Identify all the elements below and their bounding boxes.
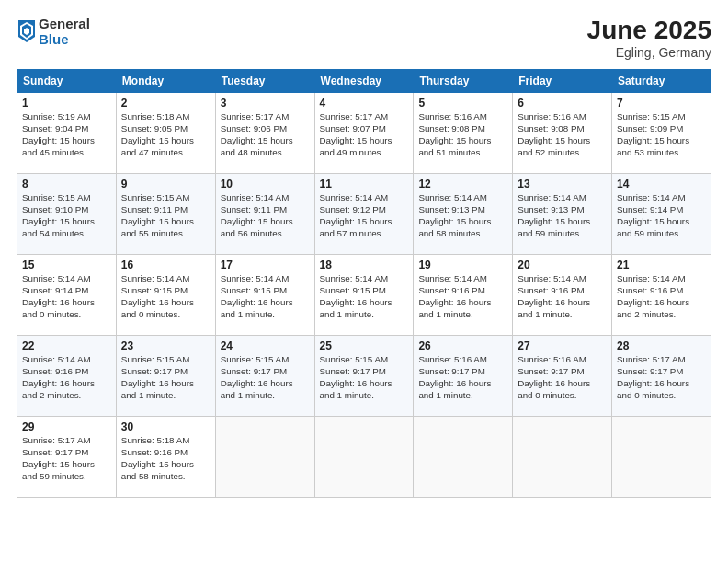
calendar-cell: 23Sunrise: 5:15 AM Sunset: 9:17 PM Dayli… [116,335,215,416]
day-info: Sunrise: 5:14 AM Sunset: 9:14 PM Dayligh… [617,191,706,240]
day-number: 1 [22,97,111,109]
day-info: Sunrise: 5:15 AM Sunset: 9:17 PM Dayligh… [320,353,409,402]
calendar-cell: 18Sunrise: 5:14 AM Sunset: 9:15 PM Dayli… [314,254,414,335]
day-info: Sunrise: 5:17 AM Sunset: 9:06 PM Dayligh… [221,110,310,159]
calendar-cell: 14Sunrise: 5:14 AM Sunset: 9:14 PM Dayli… [612,173,711,254]
day-number: 6 [518,97,607,109]
day-info: Sunrise: 5:18 AM Sunset: 9:05 PM Dayligh… [121,110,210,159]
col-header-thursday: Thursday [414,69,513,92]
day-info: Sunrise: 5:18 AM Sunset: 9:16 PM Dayligh… [121,434,210,483]
calendar-cell [513,416,612,497]
calendar-cell: 26Sunrise: 5:16 AM Sunset: 9:17 PM Dayli… [414,335,513,416]
calendar-cell: 6Sunrise: 5:16 AM Sunset: 9:08 PM Daylig… [513,92,612,173]
day-number: 10 [221,178,310,190]
day-info: Sunrise: 5:15 AM Sunset: 9:10 PM Dayligh… [22,191,111,240]
day-info: Sunrise: 5:17 AM Sunset: 9:07 PM Dayligh… [320,110,409,159]
calendar-cell [215,416,314,497]
day-number: 11 [320,178,409,190]
calendar-cell: 22Sunrise: 5:14 AM Sunset: 9:16 PM Dayli… [17,335,117,416]
day-number: 2 [121,97,210,109]
col-header-tuesday: Tuesday [215,69,314,92]
calendar-cell: 11Sunrise: 5:14 AM Sunset: 9:12 PM Dayli… [314,173,414,254]
day-number: 19 [418,259,507,271]
day-info: Sunrise: 5:14 AM Sunset: 9:16 PM Dayligh… [22,353,111,402]
calendar-cell [314,416,414,497]
calendar-cell: 1Sunrise: 5:19 AM Sunset: 9:04 PM Daylig… [17,92,117,173]
calendar-cell: 10Sunrise: 5:14 AM Sunset: 9:11 PM Dayli… [215,173,314,254]
day-number: 25 [320,339,409,352]
day-number: 20 [518,259,607,271]
logo: General Blue [17,17,90,47]
col-header-monday: Monday [116,69,215,92]
month-title: June 2025 [587,17,711,45]
calendar-cell: 12Sunrise: 5:14 AM Sunset: 9:13 PM Dayli… [414,173,513,254]
day-number: 16 [121,259,210,271]
calendar-cell: 29Sunrise: 5:17 AM Sunset: 9:17 PM Dayli… [17,416,117,497]
calendar-cell: 16Sunrise: 5:14 AM Sunset: 9:15 PM Dayli… [116,254,215,335]
col-header-sunday: Sunday [17,69,117,92]
day-number: 28 [617,339,706,352]
day-number: 24 [221,339,310,352]
day-info: Sunrise: 5:14 AM Sunset: 9:16 PM Dayligh… [617,272,706,321]
day-number: 30 [121,420,210,433]
calendar-cell: 15Sunrise: 5:14 AM Sunset: 9:14 PM Dayli… [17,254,117,335]
day-info: Sunrise: 5:16 AM Sunset: 9:08 PM Dayligh… [418,110,507,159]
calendar-cell: 9Sunrise: 5:15 AM Sunset: 9:11 PM Daylig… [116,173,215,254]
calendar-cell: 5Sunrise: 5:16 AM Sunset: 9:08 PM Daylig… [414,92,513,173]
day-number: 27 [518,339,607,352]
calendar-cell: 8Sunrise: 5:15 AM Sunset: 9:10 PM Daylig… [17,173,117,254]
day-number: 15 [22,259,111,271]
calendar-cell: 4Sunrise: 5:17 AM Sunset: 9:07 PM Daylig… [314,92,414,173]
calendar-cell: 2Sunrise: 5:18 AM Sunset: 9:05 PM Daylig… [116,92,215,173]
day-number: 21 [617,259,706,271]
day-info: Sunrise: 5:16 AM Sunset: 9:17 PM Dayligh… [518,353,607,402]
day-number: 3 [221,97,310,109]
day-info: Sunrise: 5:14 AM Sunset: 9:16 PM Dayligh… [418,272,507,321]
calendar-cell: 21Sunrise: 5:14 AM Sunset: 9:16 PM Dayli… [612,254,711,335]
day-number: 29 [22,420,111,433]
day-info: Sunrise: 5:15 AM Sunset: 9:17 PM Dayligh… [121,353,210,402]
day-info: Sunrise: 5:14 AM Sunset: 9:12 PM Dayligh… [320,191,409,240]
day-number: 8 [22,178,111,190]
day-number: 18 [320,259,409,271]
calendar-cell [612,416,711,497]
location: Egling, Germany [587,45,711,60]
calendar-cell: 27Sunrise: 5:16 AM Sunset: 9:17 PM Dayli… [513,335,612,416]
col-header-wednesday: Wednesday [314,69,414,92]
day-info: Sunrise: 5:19 AM Sunset: 9:04 PM Dayligh… [22,110,111,159]
calendar-cell: 20Sunrise: 5:14 AM Sunset: 9:16 PM Dayli… [513,254,612,335]
day-number: 17 [221,259,310,271]
day-number: 4 [320,97,409,109]
calendar-cell: 25Sunrise: 5:15 AM Sunset: 9:17 PM Dayli… [314,335,414,416]
day-info: Sunrise: 5:15 AM Sunset: 9:11 PM Dayligh… [121,191,210,240]
day-number: 5 [418,97,507,109]
day-info: Sunrise: 5:14 AM Sunset: 9:15 PM Dayligh… [121,272,210,321]
day-info: Sunrise: 5:14 AM Sunset: 9:16 PM Dayligh… [518,272,607,321]
calendar-cell: 24Sunrise: 5:15 AM Sunset: 9:17 PM Dayli… [215,335,314,416]
day-number: 9 [121,178,210,190]
calendar-cell: 17Sunrise: 5:14 AM Sunset: 9:15 PM Dayli… [215,254,314,335]
col-header-friday: Friday [513,69,612,92]
day-info: Sunrise: 5:16 AM Sunset: 9:08 PM Dayligh… [518,110,607,159]
title-block: June 2025 Egling, Germany [587,17,711,60]
day-number: 26 [418,339,507,352]
calendar-cell: 13Sunrise: 5:14 AM Sunset: 9:13 PM Dayli… [513,173,612,254]
day-info: Sunrise: 5:14 AM Sunset: 9:14 PM Dayligh… [22,272,111,321]
day-info: Sunrise: 5:17 AM Sunset: 9:17 PM Dayligh… [617,353,706,402]
day-info: Sunrise: 5:14 AM Sunset: 9:15 PM Dayligh… [320,272,409,321]
logo-general-text: General [39,17,90,32]
day-info: Sunrise: 5:14 AM Sunset: 9:13 PM Dayligh… [418,191,507,240]
calendar-cell [414,416,513,497]
day-number: 22 [22,339,111,352]
day-info: Sunrise: 5:14 AM Sunset: 9:11 PM Dayligh… [221,191,310,240]
col-header-saturday: Saturday [612,69,711,92]
day-info: Sunrise: 5:14 AM Sunset: 9:15 PM Dayligh… [221,272,310,321]
logo-icon [17,18,37,44]
day-number: 13 [518,178,607,190]
day-info: Sunrise: 5:15 AM Sunset: 9:17 PM Dayligh… [221,353,310,402]
logo-blue-text: Blue [39,32,90,48]
day-number: 23 [121,339,210,352]
day-number: 14 [617,178,706,190]
calendar-cell: 19Sunrise: 5:14 AM Sunset: 9:16 PM Dayli… [414,254,513,335]
day-info: Sunrise: 5:14 AM Sunset: 9:13 PM Dayligh… [518,191,607,240]
